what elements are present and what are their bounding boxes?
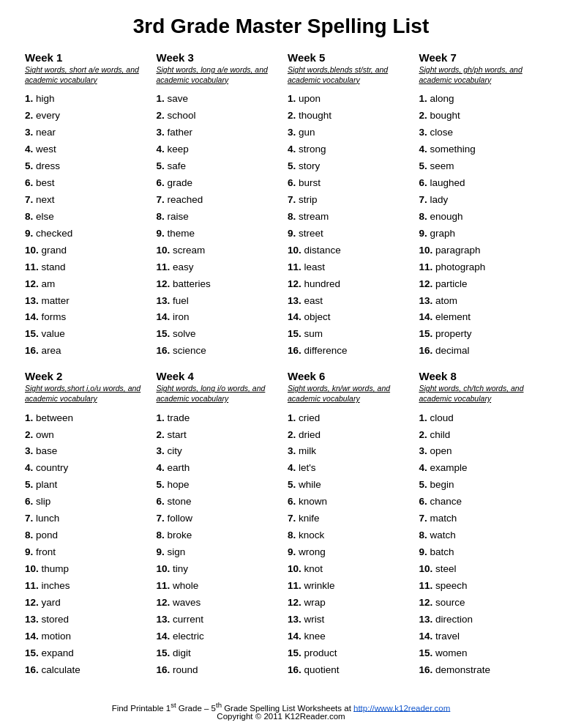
word-number: 15. — [419, 328, 433, 339]
list-item: 10. distance — [288, 242, 406, 259]
list-item: 1. upon — [288, 91, 406, 108]
word-number: 13. — [157, 295, 171, 306]
list-item: 7. strip — [288, 192, 406, 209]
list-item: 8. knock — [288, 527, 406, 544]
list-item: 13. wrist — [288, 612, 406, 628]
word-number: 7. — [419, 194, 427, 205]
list-item: 12. hundred — [288, 276, 406, 293]
word-number: 12. — [25, 597, 39, 608]
word-number: 10. — [288, 245, 301, 256]
word-number: 4. — [157, 462, 165, 473]
list-item: 1. cried — [288, 410, 406, 427]
list-item: 4. strong — [288, 141, 406, 158]
word-number: 14. — [288, 311, 301, 322]
list-item: 8. watch — [419, 527, 538, 544]
week-title-week4: Week 4 — [157, 370, 275, 382]
list-item: 8. else — [25, 209, 143, 226]
list-item: 13. matter — [25, 293, 143, 310]
list-item: 9. street — [288, 226, 406, 242]
word-number: 12. — [419, 278, 433, 289]
word-number: 14. — [157, 631, 171, 642]
word-number: 10. — [25, 563, 39, 574]
week-title-week6: Week 6 — [288, 370, 406, 382]
list-item: 2. school — [157, 108, 275, 125]
word-number: 12. — [419, 597, 433, 608]
page-title: 3rd Grade Master Spelling List — [22, 15, 540, 38]
list-item: 2. every — [25, 108, 143, 125]
list-item: 16. round — [157, 662, 275, 679]
list-item: 9. checked — [25, 226, 143, 242]
week-title-week7: Week 7 — [419, 51, 538, 64]
word-number: 8. — [157, 211, 165, 222]
word-number: 11. — [25, 261, 39, 272]
week-subtitle-week6: Sight words, kn/wr words, and academic v… — [288, 384, 406, 404]
list-item: 10. scream — [157, 242, 275, 259]
list-item: 5. safe — [157, 158, 275, 175]
word-number: 8. — [419, 211, 427, 222]
list-item: 7. lady — [419, 192, 538, 209]
list-item: 11. photograph — [419, 259, 538, 276]
list-item: 15. expand — [25, 645, 143, 662]
list-item: 15. digit — [157, 645, 275, 662]
word-number: 13. — [157, 614, 171, 625]
list-item: 16. science — [157, 343, 275, 360]
list-item: 7. next — [25, 192, 143, 209]
list-item: 9. graph — [419, 226, 538, 242]
word-number: 2. — [157, 429, 165, 440]
week-col-week5: Week 5Sight words,blends st/str, and aca… — [285, 51, 409, 370]
word-number: 12. — [288, 278, 301, 289]
word-number: 5. — [419, 479, 427, 490]
word-number: 14. — [419, 311, 433, 322]
word-number: 13. — [288, 614, 301, 625]
word-number: 7. — [419, 513, 427, 524]
word-number: 3. — [419, 445, 427, 456]
word-number: 13. — [419, 614, 433, 625]
list-item: 11. easy — [157, 259, 275, 276]
list-item: 7. follow — [157, 510, 275, 527]
word-number: 1. — [157, 93, 165, 104]
week-title-week5: Week 5 — [288, 51, 406, 64]
word-number: 16. — [157, 345, 171, 356]
list-item: 2. dried — [288, 427, 406, 444]
footer-link[interactable]: http://www.k12reader.com — [353, 703, 450, 712]
word-number: 8. — [419, 530, 427, 541]
word-number: 8. — [288, 530, 296, 541]
week-subtitle-week5: Sight words,blends st/str, and academic … — [288, 65, 406, 85]
word-number: 9. — [419, 546, 427, 557]
week-title-week3: Week 3 — [157, 51, 275, 64]
list-item: 10. tiny — [157, 561, 275, 578]
spelling-grid: Week 1Sight words, short a/e words, and … — [22, 51, 540, 370]
word-number: 2. — [25, 429, 33, 440]
list-item: 10. grand — [25, 242, 143, 259]
list-item: 15. property — [419, 326, 538, 343]
list-item: 9. front — [25, 544, 143, 561]
word-number: 10. — [288, 563, 301, 574]
word-number: 16. — [25, 345, 39, 356]
week-subtitle-week1: Sight words, short a/e words, and academ… — [25, 65, 143, 85]
list-item: 8. enough — [419, 209, 538, 226]
list-item: 6. grade — [157, 175, 275, 192]
week-title-week2: Week 2 — [25, 370, 143, 382]
word-list-week6: 1. cried2. dried3. milk4. let's5. while6… — [288, 410, 406, 679]
word-number: 9. — [25, 546, 33, 557]
spelling-grid-bottom: Week 2Sight words,short i,o/u words, and… — [22, 370, 540, 688]
list-item: 4. country — [25, 460, 143, 477]
list-item: 9. batch — [419, 544, 538, 561]
word-number: 3. — [157, 445, 165, 456]
word-list-week3: 1. save2. school3. father4. keep5. safe6… — [157, 91, 275, 360]
list-item: 3. milk — [288, 443, 406, 460]
word-list-week5: 1. upon2. thought3. gun4. strong5. story… — [288, 91, 406, 360]
word-number: 1. — [157, 412, 165, 423]
list-item: 13. fuel — [157, 293, 275, 310]
word-number: 6. — [157, 496, 165, 507]
list-item: 16. decimal — [419, 343, 538, 360]
list-item: 10. knot — [288, 561, 406, 578]
list-item: 1. save — [157, 91, 275, 108]
list-item: 15. women — [419, 645, 538, 662]
list-item: 11. stand — [25, 259, 143, 276]
word-number: 15. — [25, 328, 39, 339]
list-item: 11. speech — [419, 578, 538, 595]
list-item: 12. yard — [25, 595, 143, 612]
list-item: 2. thought — [288, 108, 406, 125]
word-number: 12. — [288, 597, 301, 608]
